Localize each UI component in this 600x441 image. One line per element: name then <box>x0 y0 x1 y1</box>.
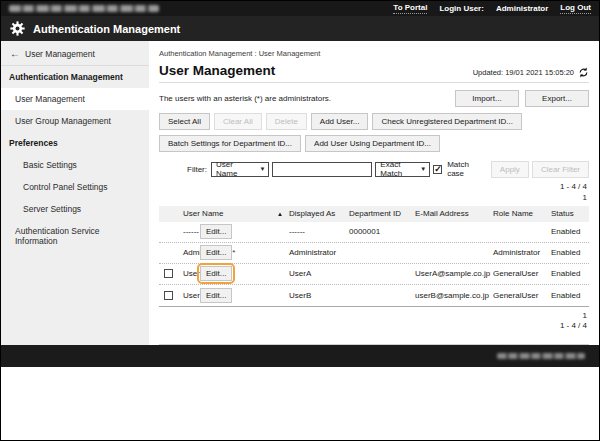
header-email-address: E-Mail Address <box>415 209 493 218</box>
topbar-links: To Portal Login User: Administrator Log … <box>393 3 591 14</box>
filter-match-value: Exact Match <box>380 160 416 178</box>
top-device-bar: To Portal Login User: Administrator Log … <box>1 1 599 16</box>
edit-button[interactable]: Edit... <box>200 224 232 239</box>
filter-match-select[interactable]: Exact Match ▼ <box>375 162 430 177</box>
select-all-button[interactable]: Select All <box>159 113 210 130</box>
empty-area-below-page <box>1 367 599 441</box>
sidebar-item-authentication-service-information[interactable]: Authentication Service Information <box>1 220 149 252</box>
user-table: User Name ▲ Displayed As Department ID E… <box>159 206 589 307</box>
match-case-label: Match case <box>447 160 484 178</box>
cell-email: UserA@sample.co.jp <box>415 269 493 278</box>
cell-displayed-as: ------ <box>289 227 349 236</box>
table-row: UserB Edit... UserB userB@sample.co.jp G… <box>159 285 589 306</box>
cell-status: Enabled <box>551 248 589 257</box>
pagination-range: 1 - 4 / 4 <box>159 182 587 193</box>
pagination-page-number: 1 <box>159 193 587 204</box>
filter-label: Filter: <box>187 165 207 174</box>
sidebar-back-link[interactable]: ← User Management <box>1 41 149 66</box>
cell-displayed-as: Administrator <box>289 248 349 257</box>
sidebar-nav: ← User Management Authentication Managem… <box>1 41 149 345</box>
sidebar-item-basic-settings[interactable]: Basic Settings <box>1 154 149 176</box>
import-button[interactable]: Import... <box>455 90 519 107</box>
add-user-using-department-id-button[interactable]: Add User Using Department ID... <box>305 135 440 152</box>
login-user-value: Administrator <box>496 4 548 13</box>
chevron-down-icon: ▼ <box>420 166 426 172</box>
browser-viewport: To Portal Login User: Administrator Log … <box>0 0 600 441</box>
add-user-button[interactable]: Add User... <box>311 113 369 130</box>
page-title: User Management <box>159 63 275 78</box>
pagination-page-number: 1 <box>159 311 587 322</box>
sidebar-section-preferences: Preferences <box>1 132 149 154</box>
clear-all-button[interactable]: Clear All <box>214 113 262 130</box>
header-status: Status <box>551 209 589 218</box>
sidebar-back-label: User Management <box>25 49 95 59</box>
match-case-checkbox[interactable] <box>433 165 442 174</box>
cell-role: Administrator <box>493 248 551 257</box>
filter-field-select[interactable]: User Name ▼ <box>211 162 269 177</box>
cell-role: GeneralUser <box>493 269 551 278</box>
table-row: UserA Edit... UserA UserA@sample.co.jp G… <box>159 264 589 285</box>
delete-button[interactable]: Delete <box>266 113 307 130</box>
app-title: Authentication Management <box>33 23 180 35</box>
toolbar-row-1: Select All Clear All Delete Add User... … <box>159 113 589 130</box>
clear-filter-button[interactable]: Clear Filter <box>532 161 589 178</box>
row-checkbox[interactable] <box>164 269 173 278</box>
cell-displayed-as: UserA <box>289 269 349 278</box>
header-department-id: Department ID <box>349 209 415 218</box>
pagination-range: 1 - 4 / 4 <box>159 321 587 332</box>
refresh-icon[interactable] <box>578 67 589 78</box>
edit-button[interactable]: Edit... <box>200 288 232 303</box>
gear-icon <box>10 21 25 36</box>
sidebar-item-user-group-management[interactable]: User Group Management <box>1 110 149 132</box>
export-button[interactable]: Export... <box>525 90 589 107</box>
main-content: Authentication Management : User Managem… <box>149 41 599 345</box>
apply-button[interactable]: Apply <box>491 161 529 178</box>
sidebar-section-authentication-management: Authentication Management <box>1 66 149 88</box>
row-checkbox[interactable] <box>164 291 173 300</box>
log-out-link[interactable]: Log Out <box>560 3 591 14</box>
admin-asterisk-note: The users with an asterisk (*) are admin… <box>159 94 331 103</box>
check-unregistered-department-id-button[interactable]: Check Unregistered Department ID... <box>372 113 522 130</box>
blurred-device-name <box>9 5 159 12</box>
content-divider <box>159 344 589 345</box>
filter-text-input[interactable] <box>272 162 372 177</box>
edit-button[interactable]: Edit... <box>200 266 232 281</box>
cell-displayed-as: UserB <box>289 291 349 300</box>
back-arrow-icon: ← <box>10 48 20 59</box>
sidebar-item-server-settings[interactable]: Server Settings <box>1 198 149 220</box>
toolbar-row-2: Batch Settings for Department ID... Add … <box>159 135 589 152</box>
table-row: Administrator * Edit... Administrator Ad… <box>159 243 589 264</box>
chevron-down-icon: ▼ <box>259 166 265 172</box>
sidebar-item-user-management[interactable]: User Management <box>1 88 149 110</box>
header-displayed-as: Displayed As <box>289 209 349 218</box>
sort-ascending-icon[interactable]: ▲ <box>277 211 283 217</box>
cell-email: userB@sample.co.jp <box>415 291 493 300</box>
cell-status: Enabled <box>551 227 589 236</box>
breadcrumb: Authentication Management : User Managem… <box>159 49 589 58</box>
edit-button-highlight: Edit... <box>197 263 235 284</box>
cell-status: Enabled <box>551 269 589 278</box>
cell-role: GeneralUser <box>493 291 551 300</box>
blurred-copyright-text <box>497 353 585 359</box>
login-user-label: Login User: <box>439 4 483 13</box>
filter-row: Filter: User Name ▼ Exact Match ▼ Match … <box>187 160 589 178</box>
cell-department-id: 0000001 <box>349 227 415 236</box>
cell-status: Enabled <box>551 291 589 300</box>
footer-bar <box>1 345 599 367</box>
batch-settings-department-id-button[interactable]: Batch Settings for Department ID... <box>159 135 301 152</box>
filter-field-value: User Name <box>216 160 255 178</box>
app-title-bar: Authentication Management <box>1 16 599 41</box>
sidebar-item-control-panel-settings[interactable]: Control Panel Settings <box>1 176 149 198</box>
updated-timestamp: Updated: 19/01 2021 15:05:20 <box>473 68 574 77</box>
table-header-row: User Name ▲ Displayed As Department ID E… <box>159 206 589 222</box>
pagination-top: 1 - 4 / 4 1 <box>159 182 589 204</box>
header-role-name: Role Name <box>493 209 551 218</box>
header-user-name[interactable]: User Name <box>177 209 223 218</box>
table-row: ------ Edit... ------ 0000001 Enabled <box>159 222 589 243</box>
edit-button[interactable]: Edit... <box>200 245 232 260</box>
pagination-bottom: 1 1 - 4 / 4 <box>159 311 589 333</box>
to-portal-link[interactable]: To Portal <box>393 3 427 14</box>
